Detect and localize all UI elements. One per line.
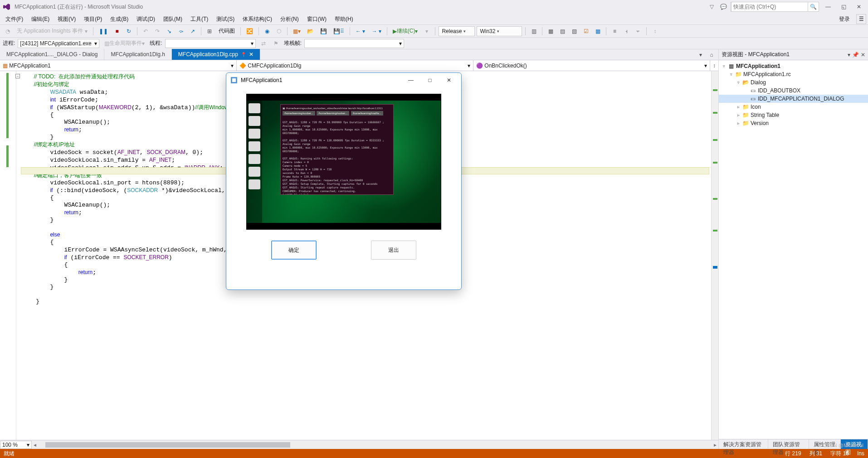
dialog-minimize-button[interactable]: —: [403, 75, 419, 86]
tree-node[interactable]: ▹📁Icon: [719, 103, 868, 111]
document-tab[interactable]: MFCApplication1...._DIALOG - Dialog: [0, 49, 104, 60]
menu-item[interactable]: 文件(F): [2, 14, 27, 24]
layout-icon-3[interactable]: ▤: [557, 26, 567, 36]
thread-nav-icon[interactable]: ⇄: [258, 39, 268, 48]
account-menu-icon[interactable]: ☰: [856, 14, 866, 24]
menu-item[interactable]: 调试(D): [133, 14, 159, 24]
member-combo[interactable]: 🟣 OnBnClickedOk()▾: [473, 60, 710, 71]
class-combo[interactable]: 🔶 CMFCApplication1Dlg▾: [237, 60, 473, 71]
menu-item[interactable]: 窗口(W): [303, 14, 330, 24]
tab-close-icon[interactable]: ✕: [249, 51, 254, 58]
target-icon[interactable]: ◉: [262, 26, 272, 36]
grid-icon[interactable]: ▦: [593, 26, 603, 36]
new-item-button[interactable]: ▦▾: [291, 26, 303, 36]
scroll-right-icon[interactable]: ▸: [712, 442, 718, 448]
dialog-close-button[interactable]: ✕: [441, 75, 457, 86]
resource-tree[interactable]: ▿▦MFCApplication1▿📁MFCApplication1.rc▿📂D…: [719, 60, 868, 439]
menu-item[interactable]: 工具(T): [187, 14, 212, 24]
notification-flag-icon[interactable]: ▽: [707, 2, 716, 11]
exit-button[interactable]: 退出: [371, 241, 416, 260]
save-all-button[interactable]: 💾⠿: [331, 26, 346, 36]
tree-node[interactable]: ▭IDD_MFCAPPLICATION1_DIALOG: [719, 95, 868, 103]
thread-flag-icon[interactable]: ⚑: [271, 39, 281, 48]
tree-node[interactable]: ▿📁MFCApplication1.rc: [719, 70, 868, 78]
nav-back-button[interactable]: ← ▾: [353, 26, 367, 36]
tree-node[interactable]: ▿▦MFCApplication1: [719, 62, 868, 70]
panel-dropdown-icon[interactable]: ▾: [848, 52, 850, 58]
minimize-button[interactable]: —: [822, 2, 834, 12]
pin-icon[interactable]: 📍: [241, 52, 246, 57]
restore-button[interactable]: ◱: [837, 2, 850, 12]
expand-icon[interactable]: ▹: [736, 105, 741, 109]
menu-item[interactable]: 分析(N): [277, 14, 302, 24]
undo-button[interactable]: ↶: [141, 26, 151, 36]
menu-item[interactable]: 编辑(E): [28, 14, 53, 24]
step-out-button[interactable]: ↗: [188, 26, 198, 36]
quick-launch-input[interactable]: [731, 2, 808, 12]
stop-button[interactable]: ■: [112, 26, 122, 36]
document-tab[interactable]: MFCApplication1Dlg.cpp📍✕: [172, 49, 260, 60]
layout-icon-4[interactable]: ▧: [569, 26, 579, 36]
sign-in-link[interactable]: 登录: [835, 14, 853, 24]
scope-combo[interactable]: ▦ MFCApplication1▾: [0, 60, 237, 71]
panel-pin-icon[interactable]: 📌: [852, 52, 859, 58]
align-icon-1[interactable]: ≡: [610, 26, 619, 36]
ok-button[interactable]: 确定: [271, 241, 317, 260]
home-icon[interactable]: ⌂: [707, 50, 717, 60]
config-dropdown[interactable]: Release▾: [439, 26, 475, 36]
hex-button[interactable]: ⬡: [274, 26, 284, 36]
tree-node[interactable]: ▿📂Dialog: [719, 78, 868, 87]
menu-item[interactable]: 生成(B): [107, 14, 132, 24]
scroll-map[interactable]: [711, 71, 718, 440]
split-icon[interactable]: ↕: [710, 60, 718, 71]
redo-button[interactable]: ↷: [152, 26, 162, 36]
codemap-icon[interactable]: ⊞: [205, 26, 215, 36]
menu-item[interactable]: 团队(M): [160, 14, 186, 24]
extra-icon[interactable]: ↕: [650, 26, 660, 36]
menu-item[interactable]: 体系结构(C): [239, 14, 276, 24]
menu-item[interactable]: 测试(S): [213, 14, 238, 24]
attach-button[interactable]: ▾: [422, 26, 432, 36]
horizontal-scrollbar[interactable]: [40, 441, 710, 448]
tool-tab[interactable]: 团队资源管理器: [768, 439, 809, 449]
tool-tab[interactable]: 解决方案资源管理器: [719, 439, 768, 449]
feedback-icon[interactable]: 💬: [719, 2, 728, 11]
dialog-maximize-button[interactable]: □: [422, 75, 438, 86]
lifecycle-icon[interactable]: ▥ 生命周期事件 ▾: [102, 39, 147, 48]
tree-node[interactable]: ▹📁String Table: [719, 111, 868, 119]
open-button[interactable]: 📂: [305, 26, 316, 36]
shuffle-icon[interactable]: 🔀: [244, 26, 255, 36]
continue-button[interactable]: ▶ 继续(C) ▾: [390, 26, 420, 36]
expand-icon[interactable]: ▿: [736, 80, 741, 85]
quick-launch[interactable]: 🔍: [731, 2, 819, 12]
platform-dropdown[interactable]: Win32▾: [477, 26, 522, 36]
close-button[interactable]: ✕: [853, 2, 865, 12]
stackframe-combo[interactable]: ▾: [304, 39, 404, 48]
menu-item[interactable]: 项目(P): [80, 14, 106, 24]
insights-dropdown[interactable]: 无 Application Insights 事件 ▾: [15, 26, 90, 36]
nav-forward-button[interactable]: → ▾: [369, 26, 383, 36]
zoom-combo[interactable]: 100 %▾: [0, 441, 32, 449]
tree-node[interactable]: ▹📁Version: [719, 119, 868, 127]
expand-icon[interactable]: ▹: [736, 113, 741, 117]
layout-icon-1[interactable]: ▥: [529, 26, 539, 36]
thread-combo[interactable]: ▾: [165, 39, 256, 48]
scroll-left-icon[interactable]: ◂: [32, 442, 38, 448]
expand-icon[interactable]: [743, 96, 748, 101]
layout-icon-2[interactable]: ▦: [546, 26, 556, 36]
expand-icon[interactable]: ▿: [722, 64, 726, 68]
restart-button[interactable]: ↻: [124, 26, 134, 36]
step-over-button[interactable]: ⤼: [176, 26, 186, 36]
expand-icon[interactable]: ▿: [729, 72, 733, 77]
menu-item[interactable]: 帮助(H): [331, 14, 357, 24]
tree-node[interactable]: ▭IDD_ABOUTBOX: [719, 87, 868, 95]
pause-button[interactable]: ❚❚: [97, 26, 110, 36]
align-icon-2[interactable]: ⫞: [621, 26, 631, 36]
process-combo[interactable]: [24312] MFCApplication1.exe▾: [18, 39, 99, 48]
codemap-button[interactable]: 代码图: [216, 26, 237, 36]
expand-icon[interactable]: [743, 88, 748, 93]
align-icon-3[interactable]: ⫟: [633, 26, 643, 36]
save-button[interactable]: 💾: [318, 26, 329, 36]
dialog-titlebar[interactable]: MFCApplication1 — □ ✕: [226, 73, 461, 87]
panel-close-icon[interactable]: ✕: [861, 52, 865, 58]
